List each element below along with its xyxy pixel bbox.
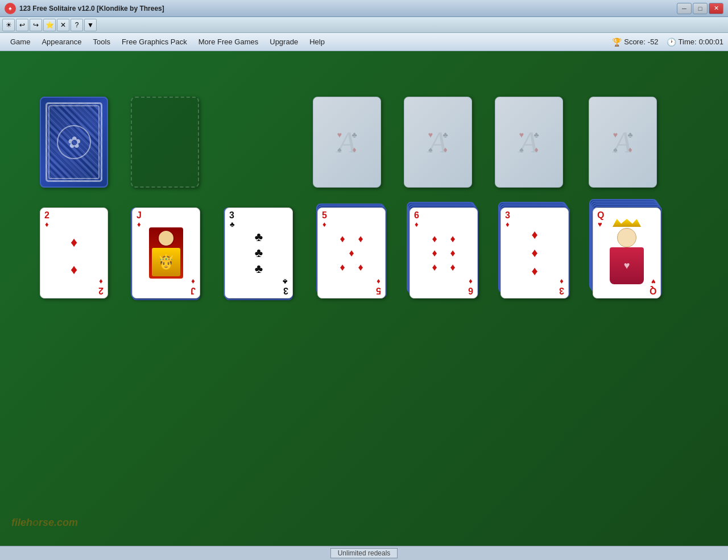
foundation-4[interactable]: ♥ ♣ ♠ ♦ A (589, 97, 657, 188)
time-icon: 🕐 (667, 38, 676, 47)
tableau-col2-jack-diamonds[interactable]: J ♦ 🤴 J ♦ (132, 208, 200, 298)
toolbar-sun-btn[interactable]: ☀ (2, 19, 15, 31)
quick-toolbar: ☀ ↩ ↪ ⭐ ✕ ? ▼ (0, 17, 728, 33)
menubar: Game Appearance Tools Free Graphics Pack… (0, 33, 728, 51)
statusbar: Unlimited redeals (0, 546, 728, 560)
window-controls: ─ □ ✕ (677, 3, 723, 14)
waste-pile[interactable] (131, 97, 199, 188)
score-label: Score: (624, 38, 646, 46)
close-button[interactable]: ✕ (709, 3, 723, 14)
minimize-button[interactable]: ─ (677, 3, 692, 14)
tableau-col3-three-clubs[interactable]: 3 ♣ ♣ ♣ ♣ 3 ♣ (225, 208, 293, 298)
score-icon: 🏆 (612, 38, 622, 47)
menu-help[interactable]: Help (304, 35, 330, 48)
maximize-button[interactable]: □ (693, 3, 708, 14)
tableau-col1-card1[interactable]: 2 ♦ ♦ ♦ 2 ♦ (40, 208, 108, 298)
time-value: 0:00:01 (699, 38, 723, 46)
score-value: -52 (648, 38, 659, 46)
time-display: 🕐 Time: 0:00:01 (667, 38, 723, 47)
foundation-1[interactable]: ♥ ♣ ♠ ♦ A (313, 97, 381, 188)
watermark: filehorse.com (11, 517, 78, 529)
toolbar-undo-btn[interactable]: ↩ (16, 19, 28, 31)
foundation-2[interactable]: ♥ ♣ ♠ ♦ A (404, 97, 472, 188)
toolbar-close-btn[interactable]: ✕ (57, 19, 69, 31)
tableau-col7-queen-hearts[interactable]: Q ♥ ♥ Q ♥ (593, 208, 661, 298)
tableau-col6-three-diamonds[interactable]: 3 ♦ ♦ ♦ ♦ 3 ♦ (500, 208, 569, 298)
game-area: ✿ ♥ ♣ ♠ ♦ A ♥ ♣ ♠ ♦ A ♥ ♣ ♠ ♦ (0, 51, 728, 546)
window-title: 123 Free Solitaire v12.0 [Klondike by Th… (19, 5, 164, 13)
watermark-text2: rse.com (39, 517, 78, 528)
status-area: 🏆 Score: -52 🕐 Time: 0:00:01 (612, 38, 723, 47)
toolbar-help-btn[interactable]: ? (71, 19, 83, 31)
toolbar-redo-btn[interactable]: ↪ (30, 19, 42, 31)
menu-game[interactable]: Game (5, 35, 36, 48)
watermark-text1: fileh (11, 517, 32, 528)
toolbar-star-btn[interactable]: ⭐ (43, 19, 56, 31)
menu-appearance[interactable]: Appearance (36, 35, 87, 48)
app-icon: ♠ (5, 3, 16, 14)
watermark-highlight: o (32, 517, 39, 528)
time-label: Time: (679, 38, 697, 46)
toolbar-dropdown-btn[interactable]: ▼ (84, 19, 97, 31)
stock-pile[interactable]: ✿ (40, 97, 108, 188)
foundation-3[interactable]: ♥ ♣ ♠ ♦ A (495, 97, 563, 188)
menu-tools[interactable]: Tools (88, 35, 116, 48)
tableau-col5-six-diamonds[interactable]: 6 ♦ ♦ ♦ ♦ ♦ ♦ ♦ 6 ♦ (410, 208, 478, 298)
statusbar-text-container: Unlimited redeals (330, 548, 398, 558)
tableau-col4-five-diamonds[interactable]: 5 ♦ ♦ ♦ ♦ ♦ ♦ 5 ♦ (317, 208, 386, 298)
menu-upgrade[interactable]: Upgrade (264, 35, 304, 48)
menu-graphics-pack[interactable]: Free Graphics Pack (116, 35, 193, 48)
statusbar-text: Unlimited redeals (338, 549, 391, 557)
menu-free-games[interactable]: More Free Games (193, 35, 264, 48)
titlebar: ♠ 123 Free Solitaire v12.0 [Klondike by … (0, 0, 728, 17)
score-display: 🏆 Score: -52 (612, 38, 658, 47)
